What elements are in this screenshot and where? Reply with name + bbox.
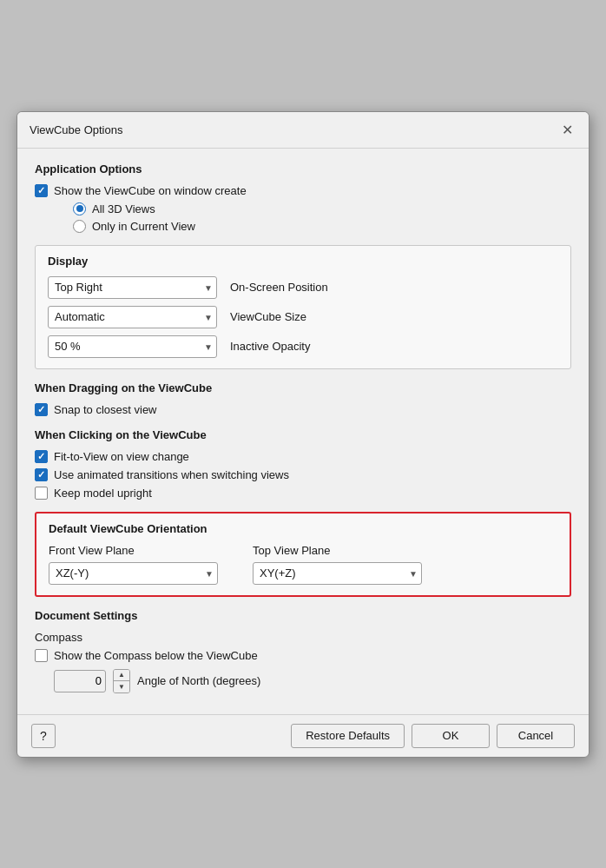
default-orientation-section: Default ViewCube Orientation Front View … xyxy=(35,512,571,597)
close-button[interactable]: ✕ xyxy=(557,121,576,140)
show-viewcube-checkbox[interactable] xyxy=(35,184,48,197)
only-current-view-radio-label[interactable]: Only in Current View xyxy=(73,220,571,233)
opacity-select[interactable]: 25 % 50 % 75 % 100 % xyxy=(48,335,217,358)
size-label: ViewCube Size xyxy=(230,310,558,323)
angle-increment-button[interactable]: ▲ xyxy=(114,670,129,681)
radio-group: All 3D Views Only in Current View xyxy=(54,202,571,233)
front-plane-select[interactable]: XZ(-Y) XZ(+Y) XY(-Z) XY(+Z) YZ(-X) YZ(+X… xyxy=(49,562,218,585)
fit-to-view-checkbox-label[interactable]: Fit-to-View on view change xyxy=(35,450,189,463)
show-compass-checkbox-label[interactable]: Show the Compass below the ViewCube xyxy=(35,649,571,662)
restore-defaults-button[interactable]: Restore Defaults xyxy=(291,724,405,748)
when-dragging-section: When Dragging on the ViewCube Snap to cl… xyxy=(35,381,571,416)
opacity-select-wrapper: 25 % 50 % 75 % 100 % ▼ xyxy=(48,335,217,358)
viewcube-options-dialog: ViewCube Options ✕ Application Options S… xyxy=(16,111,590,758)
fit-to-view-checkbox[interactable] xyxy=(35,450,48,463)
keep-upright-checkbox[interactable] xyxy=(35,487,48,500)
dialog-title: ViewCube Options xyxy=(30,123,122,136)
footer: ? Restore Defaults OK Cancel xyxy=(17,714,589,757)
angle-of-north-label: Angle of North (degrees) xyxy=(137,674,260,687)
when-clicking-title: When Clicking on the ViewCube xyxy=(35,428,571,441)
size-select-wrapper: Automatic Small Normal Large ▼ xyxy=(48,306,217,328)
snap-checkbox-label[interactable]: Snap to closest view xyxy=(35,403,571,416)
keep-upright-checkbox-label[interactable]: Keep model upright xyxy=(35,487,152,500)
position-label: On-Screen Position xyxy=(230,281,558,294)
fit-to-view-label: Fit-to-View on view change xyxy=(54,450,189,463)
front-plane-label: Front View Plane xyxy=(49,544,218,557)
ok-button[interactable]: OK xyxy=(412,724,490,748)
keep-upright-row: Keep model upright xyxy=(35,487,571,500)
application-options-section: Application Options Show the ViewCube on… xyxy=(35,162,571,233)
application-options-title: Application Options xyxy=(35,162,571,176)
angle-of-north-row: ▲ ▼ Angle of North (degrees) xyxy=(54,669,571,693)
size-select[interactable]: Automatic Small Normal Large xyxy=(48,306,217,328)
top-plane-select[interactable]: XY(+Z) XY(-Z) XZ(+Y) XZ(-Y) YZ(+X) YZ(-X… xyxy=(253,562,422,585)
angle-spinner-buttons: ▲ ▼ xyxy=(113,669,130,693)
when-clicking-section: When Clicking on the ViewCube Fit-to-Vie… xyxy=(35,428,571,500)
display-grid: Top Right Top Left Bottom Right Bottom L… xyxy=(48,276,558,358)
show-compass-label: Show the Compass below the ViewCube xyxy=(54,649,258,662)
animated-row: Use animated transitions when switching … xyxy=(35,468,571,481)
all-3d-views-label: All 3D Views xyxy=(92,202,155,215)
only-current-view-radio[interactable] xyxy=(73,220,86,233)
orientation-row: Front View Plane XZ(-Y) XZ(+Y) XY(-Z) XY… xyxy=(49,544,557,585)
position-select-wrapper: Top Right Top Left Bottom Right Bottom L… xyxy=(48,276,217,299)
top-plane-col: Top View Plane XY(+Z) XY(-Z) XZ(+Y) XZ(-… xyxy=(253,544,422,585)
snap-label: Snap to closest view xyxy=(54,403,157,416)
front-plane-select-wrapper: XZ(-Y) XZ(+Y) XY(-Z) XY(+Z) YZ(-X) YZ(+X… xyxy=(49,562,218,585)
show-compass-checkbox[interactable] xyxy=(35,649,48,662)
animated-checkbox[interactable] xyxy=(35,468,48,481)
display-section: Display Top Right Top Left Bottom Right … xyxy=(35,245,571,369)
help-button[interactable]: ? xyxy=(31,724,56,748)
angle-decrement-button[interactable]: ▼ xyxy=(114,681,129,692)
show-viewcube-checkbox-label[interactable]: Show the ViewCube on window create xyxy=(35,184,571,197)
top-plane-select-wrapper: XY(+Z) XY(-Z) XZ(+Y) XZ(-Y) YZ(+X) YZ(-X… xyxy=(253,562,422,585)
fit-to-view-row: Fit-to-View on view change xyxy=(35,450,571,463)
only-current-view-label: Only in Current View xyxy=(92,220,195,233)
top-plane-label: Top View Plane xyxy=(253,544,422,557)
title-bar: ViewCube Options ✕ xyxy=(17,112,589,149)
front-plane-col: Front View Plane XZ(-Y) XZ(+Y) XY(-Z) XY… xyxy=(49,544,218,585)
position-select[interactable]: Top Right Top Left Bottom Right Bottom L… xyxy=(48,276,217,299)
all-3d-views-radio-label[interactable]: All 3D Views xyxy=(73,202,571,215)
animated-label: Use animated transitions when switching … xyxy=(54,468,289,481)
angle-of-north-input[interactable] xyxy=(54,670,106,692)
opacity-label: Inactive Opacity xyxy=(230,340,558,353)
animated-checkbox-label[interactable]: Use animated transitions when switching … xyxy=(35,468,289,481)
keep-upright-label: Keep model upright xyxy=(54,487,152,500)
display-title: Display xyxy=(48,255,558,268)
document-settings-section: Document Settings Compass Show the Compa… xyxy=(35,609,571,693)
dialog-content: Application Options Show the ViewCube on… xyxy=(17,149,589,714)
snap-checkbox[interactable] xyxy=(35,403,48,416)
all-3d-views-radio[interactable] xyxy=(73,202,86,215)
when-dragging-title: When Dragging on the ViewCube xyxy=(35,381,571,394)
default-orientation-title: Default ViewCube Orientation xyxy=(49,522,557,535)
cancel-button[interactable]: Cancel xyxy=(497,724,575,748)
footer-buttons: Restore Defaults OK Cancel xyxy=(291,724,575,748)
show-viewcube-label: Show the ViewCube on window create xyxy=(54,184,247,197)
compass-title: Compass xyxy=(35,631,571,644)
document-settings-title: Document Settings xyxy=(35,609,571,622)
